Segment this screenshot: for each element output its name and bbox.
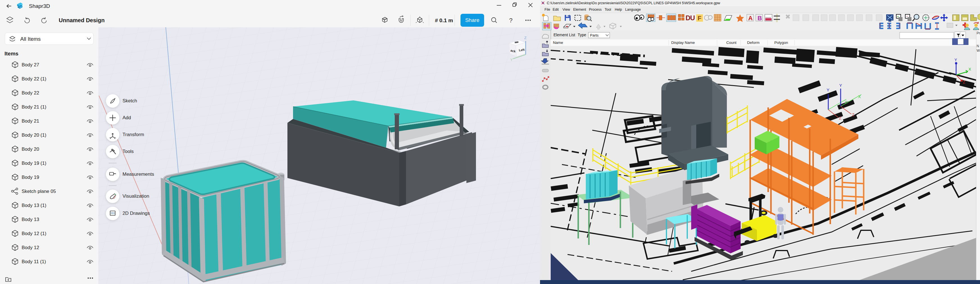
svg-text:Name: Name <box>553 40 563 45</box>
svg-text:B: B <box>757 14 762 22</box>
svg-text:All Items: All Items <box>20 36 41 42</box>
svg-text:Body 12 (1): Body 12 (1) <box>22 231 46 236</box>
svg-text:Body 20 (1): Body 20 (1) <box>22 132 46 138</box>
svg-text:Y: Y <box>827 88 829 92</box>
svg-text:F: F <box>698 14 701 22</box>
svg-text:Body 13 (1): Body 13 (1) <box>22 203 46 208</box>
svg-text:Body 27: Body 27 <box>22 62 39 67</box>
svg-text:Parts: Parts <box>590 33 599 37</box>
svg-text:Process: Process <box>589 8 601 11</box>
svg-text:Body 19 (1): Body 19 (1) <box>22 161 46 166</box>
svg-text:Y: Y <box>839 83 842 88</box>
svg-text:Type: Type <box>578 33 586 37</box>
svg-text:Count: Count <box>726 40 737 45</box>
svg-text:Body 21: Body 21 <box>22 118 39 124</box>
svg-text:Body 12: Body 12 <box>22 245 39 250</box>
svg-text:Element: Element <box>573 8 586 11</box>
svg-text:View: View <box>563 8 570 11</box>
svg-text:Sketch plane 05: Sketch plane 05 <box>22 189 56 194</box>
svg-text:Z: Z <box>524 36 527 40</box>
svg-text:Z: Z <box>963 80 966 85</box>
svg-text:# 0.1 m: # 0.1 m <box>435 18 453 23</box>
svg-text:Language: Language <box>625 8 641 11</box>
svg-text:Z: Z <box>852 112 854 117</box>
svg-text:?: ? <box>509 17 512 24</box>
svg-text:Edit: Edit <box>553 8 559 11</box>
svg-text:C:\Users\m.zielinski\Desktop\D: C:\Users\m.zielinski\Desktop\Do przenies… <box>547 1 721 5</box>
svg-text:Body 20: Body 20 <box>22 147 39 152</box>
svg-text:W: W <box>977 49 980 53</box>
svg-text:A: A <box>748 14 753 22</box>
svg-text:Body 13: Body 13 <box>22 217 39 222</box>
svg-text:Body 22 (1): Body 22 (1) <box>22 76 46 81</box>
svg-text:Body 11 (1): Body 11 (1) <box>22 259 46 264</box>
svg-text:N: N <box>977 44 979 48</box>
svg-text:X: X <box>858 94 861 99</box>
svg-text:Unnamed Design: Unnamed Design <box>59 17 105 23</box>
svg-text:Deform: Deform <box>747 40 759 45</box>
svg-text:DU: DU <box>686 14 695 22</box>
svg-text:Y: Y <box>955 57 957 62</box>
svg-text:Body 21 (1): Body 21 (1) <box>22 104 46 110</box>
svg-text:Display Name: Display Name <box>671 40 695 45</box>
svg-text:File: File <box>544 8 550 11</box>
svg-text:Left: Left <box>519 48 525 52</box>
svg-text:Z: Z <box>839 116 842 120</box>
svg-text:Body 19: Body 19 <box>22 175 39 180</box>
svg-text:Body 22: Body 22 <box>22 90 39 96</box>
svg-text:Shapr3D: Shapr3D <box>29 3 50 9</box>
svg-text:Tool: Tool <box>605 8 611 11</box>
svg-text:Y: Y <box>510 57 513 62</box>
svg-text:Element List: Element List <box>554 33 575 37</box>
svg-text:Help: Help <box>615 8 622 11</box>
svg-text:Pr: Pr <box>977 31 980 35</box>
svg-text:X: X <box>845 99 847 104</box>
svg-text:X: X <box>969 67 971 72</box>
svg-text:Polygon: Polygon <box>774 40 788 45</box>
